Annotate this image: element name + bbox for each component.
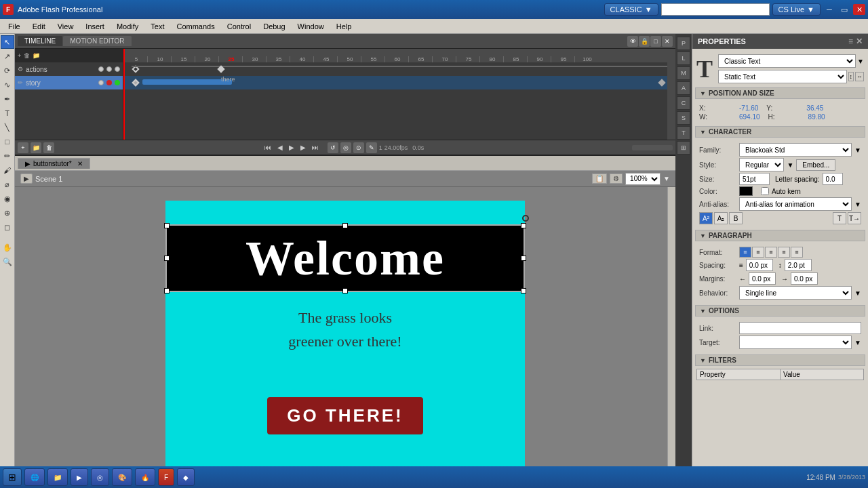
format-superscript[interactable]: A² [699, 212, 713, 224]
panel-icon-library[interactable]: L [677, 52, 690, 65]
menu-debug[interactable]: Debug [258, 21, 290, 32]
add-layer-icon[interactable]: + [18, 52, 21, 59]
minimize-button[interactable]: ─ [823, 4, 835, 15]
taskbar-ie[interactable]: 🌐 [24, 468, 45, 486]
section-paragraph[interactable]: ▼ PARAGRAPH [695, 230, 865, 241]
panel-icon-color[interactable]: C [677, 96, 690, 110]
section-filters[interactable]: ▼ FILTERS [695, 354, 865, 366]
taskbar-paintnet[interactable]: 🎨 [112, 468, 132, 486]
text-direction-icon[interactable]: ↕ [848, 72, 854, 81]
selection-handle-tl[interactable] [164, 223, 170, 228]
margin-left-input[interactable] [749, 272, 776, 285]
layer-lock-dot[interactable] [106, 66, 112, 72]
menu-control[interactable]: Control [222, 21, 256, 32]
selection-handle-tr[interactable] [521, 223, 526, 228]
tl-close-icon[interactable]: ✕ [662, 36, 673, 47]
start-button[interactable]: ⊞ [3, 468, 22, 486]
classic-button[interactable]: CLASSIC ▼ [604, 3, 658, 16]
tl-eye-icon[interactable]: 👁 [627, 36, 638, 47]
keyframe-story-end[interactable] [659, 76, 665, 89]
close-button[interactable]: ✕ [853, 4, 865, 15]
welcome-banner[interactable]: Welcome [165, 224, 525, 292]
panel-icon-swatches[interactable]: S [677, 111, 690, 125]
section-options[interactable]: ▼ OPTIONS [695, 305, 865, 317]
tool-eraser[interactable]: ◻ [1, 220, 14, 234]
style-select[interactable]: Regular [739, 158, 784, 171]
target-chevron[interactable]: ▼ [854, 339, 861, 346]
section-position[interactable]: ▼ POSITION AND SIZE [695, 87, 865, 99]
behavior-chevron[interactable]: ▼ [854, 289, 861, 297]
selection-handle-mr[interactable] [521, 256, 526, 261]
loop-btn[interactable]: ↺ [328, 142, 338, 153]
menu-file[interactable]: File [3, 21, 26, 32]
menu-text[interactable]: Text [145, 21, 170, 32]
zoom-select[interactable]: 100% 50% 200% [625, 173, 660, 185]
layer-story[interactable]: ✏ story [15, 76, 123, 89]
menu-help[interactable]: Help [331, 21, 357, 32]
taskbar-media[interactable]: ▶ [71, 468, 88, 486]
tool-paint-bucket[interactable]: ◉ [1, 192, 14, 205]
onion-skin-btn[interactable]: ◎ [340, 142, 351, 153]
tool-rect[interactable]: □ [1, 135, 14, 148]
taskbar-flash[interactable]: F [158, 468, 174, 486]
text-mode-select[interactable]: Static Text [718, 70, 846, 83]
layer-lock-dot[interactable] [106, 80, 112, 85]
layer-outline-dot[interactable] [115, 66, 120, 72]
tool-hand[interactable]: ✋ [1, 241, 14, 254]
family-chevron[interactable]: ▼ [854, 146, 861, 154]
tool-line[interactable]: ╲ [1, 121, 14, 134]
format-align-right-char[interactable]: T→ [848, 212, 861, 224]
tab-motion-editor[interactable]: MOTION EDITOR [63, 36, 131, 46]
behavior-select[interactable]: Single line [739, 286, 852, 300]
panel-icon-transform[interactable]: T [677, 126, 690, 140]
go-prev-btn[interactable]: ◀ [275, 143, 285, 152]
tool-zoom[interactable]: 🔍 [1, 255, 14, 268]
format-subscript[interactable]: A₂ [714, 212, 728, 224]
layer-folder-icon[interactable]: 📁 [33, 52, 40, 59]
target-select[interactable] [739, 336, 852, 349]
new-layer-btn[interactable]: + [18, 142, 28, 153]
play-btn[interactable]: ▶ [287, 143, 296, 152]
menu-commands[interactable]: Commands [171, 21, 220, 32]
go-there-button[interactable]: GO THERE! [267, 397, 423, 434]
line-spacing-input[interactable] [746, 259, 773, 271]
align-right[interactable]: ≡ [765, 247, 777, 258]
taskbar-explorer[interactable]: 📁 [47, 468, 68, 486]
taskbar-chrome[interactable]: ◎ [91, 468, 109, 486]
letter-spacing-input[interactable] [823, 173, 843, 185]
timeline-vscroll[interactable] [667, 49, 675, 140]
keyframe-actions-1[interactable] [123, 62, 147, 76]
align-justify[interactable]: ≡ [778, 247, 790, 258]
selection-handle-ml[interactable] [164, 256, 170, 261]
tool-bone[interactable]: ⌀ [1, 178, 14, 191]
cs-live-button[interactable]: CS Live ▼ [772, 3, 821, 16]
text-orient-icon[interactable]: ↔ [855, 72, 864, 81]
menu-modify[interactable]: Modify [111, 21, 144, 32]
stage-vscroll[interactable] [667, 187, 675, 480]
selection-handle-bc[interactable] [342, 288, 348, 293]
panel-icon-motion[interactable]: M [677, 66, 690, 80]
delete-layer-btn[interactable]: 🗑 [43, 142, 54, 153]
layer-actions[interactable]: ⚙ actions [15, 62, 123, 76]
panel-collapse-icon[interactable]: ≡ [848, 37, 853, 46]
selection-handle-tc[interactable] [342, 223, 348, 228]
tool-subselect[interactable]: ↗ [1, 49, 14, 63]
taskbar-other[interactable]: ◆ [177, 468, 195, 486]
tool-eyedropper[interactable]: ⊕ [1, 206, 14, 220]
menu-window[interactable]: Window [292, 21, 330, 32]
style-chevron[interactable]: ▼ [787, 161, 793, 169]
link-input[interactable] [739, 322, 861, 334]
tool-brush[interactable]: 🖌 [1, 163, 14, 177]
embed-button[interactable]: Embed... [796, 159, 835, 171]
selection-handle-br[interactable] [521, 288, 526, 293]
align-left[interactable]: ≡ [739, 247, 751, 258]
selection-handle-bl[interactable] [164, 288, 170, 293]
settings-icon[interactable]: ⚙ [610, 174, 623, 184]
restore-button[interactable]: ▭ [838, 4, 850, 15]
layer-visibility-dot[interactable] [98, 80, 104, 85]
spacing-pt-input[interactable] [785, 259, 812, 271]
taskbar-firefox[interactable]: 🔥 [135, 468, 155, 486]
tool-lasso[interactable]: ∿ [1, 78, 14, 92]
tl-hscroll[interactable] [632, 145, 673, 150]
color-swatch[interactable] [739, 186, 753, 196]
